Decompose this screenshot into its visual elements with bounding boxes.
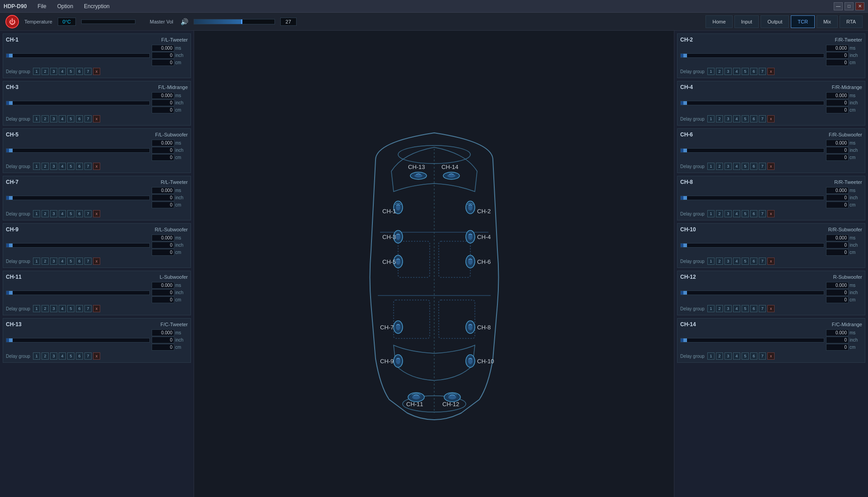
close-button[interactable]: ✕ — [855, 2, 864, 10]
value-ms[interactable]: 0.000 — [826, 282, 849, 289]
delay-group-btn-1[interactable]: 1 — [707, 305, 715, 312]
speaker-ch10[interactable] — [466, 355, 475, 367]
delay-group-btn-6[interactable]: 6 — [750, 163, 757, 170]
value-cm[interactable]: 0 — [826, 249, 849, 256]
value-cm[interactable]: 0 — [152, 107, 174, 113]
value-ms[interactable]: 0.000 — [826, 329, 849, 336]
delay-group-btn-3[interactable]: 3 — [724, 210, 732, 217]
delay-group-btn-x[interactable]: x — [93, 163, 100, 170]
delay-group-btn-7[interactable]: 7 — [84, 115, 92, 122]
delay-group-btn-2[interactable]: 2 — [716, 305, 723, 312]
delay-group-btn-4[interactable]: 4 — [733, 210, 740, 217]
speaker-ch11[interactable] — [408, 393, 424, 402]
value-cm[interactable]: 0 — [152, 249, 174, 256]
delay-group-btn-x[interactable]: x — [93, 115, 100, 122]
delay-group-btn-4[interactable]: 4 — [59, 258, 66, 265]
value-cm[interactable]: 0 — [826, 202, 849, 208]
delay-group-btn-5[interactable]: 5 — [67, 305, 74, 312]
channel-slider[interactable] — [680, 101, 824, 105]
channel-slider[interactable] — [680, 196, 824, 200]
speaker-ch7[interactable] — [394, 321, 403, 333]
delay-group-btn-2[interactable]: 2 — [716, 68, 723, 75]
value-inch[interactable]: 0 — [152, 147, 174, 154]
delay-group-btn-1[interactable]: 1 — [707, 115, 715, 122]
nav-output[interactable]: Output — [761, 15, 789, 28]
channel-slider[interactable] — [680, 243, 824, 248]
delay-group-btn-1[interactable]: 1 — [33, 210, 40, 217]
delay-group-btn-x[interactable]: x — [767, 258, 775, 265]
delay-group-btn-1[interactable]: 1 — [707, 163, 715, 170]
delay-group-btn-6[interactable]: 6 — [76, 305, 83, 312]
nav-mix[interactable]: Mix — [817, 15, 838, 28]
value-ms[interactable]: 0.000 — [152, 282, 174, 289]
delay-group-btn-5[interactable]: 5 — [742, 163, 749, 170]
nav-input[interactable]: Input — [734, 15, 759, 28]
value-inch[interactable]: 0 — [152, 337, 174, 343]
delay-group-btn-3[interactable]: 3 — [50, 305, 57, 312]
value-inch[interactable]: 0 — [826, 242, 849, 248]
delay-group-btn-3[interactable]: 3 — [50, 68, 57, 75]
delay-group-btn-3[interactable]: 3 — [50, 352, 57, 360]
channel-slider[interactable] — [6, 53, 150, 58]
value-inch[interactable]: 0 — [152, 99, 174, 106]
power-button[interactable]: ⏻ — [5, 15, 19, 28]
channel-slider[interactable] — [6, 291, 150, 295]
nav-tcr[interactable]: TCR — [791, 15, 815, 28]
delay-group-btn-5[interactable]: 5 — [67, 115, 74, 122]
delay-group-btn-7[interactable]: 7 — [84, 210, 92, 217]
delay-group-btn-7[interactable]: 7 — [84, 305, 92, 312]
delay-group-btn-5[interactable]: 5 — [67, 210, 74, 217]
delay-group-btn-2[interactable]: 2 — [716, 163, 723, 170]
delay-group-btn-2[interactable]: 2 — [42, 210, 49, 217]
delay-group-btn-2[interactable]: 2 — [42, 68, 49, 75]
delay-group-btn-x[interactable]: x — [767, 163, 775, 170]
delay-group-btn-6[interactable]: 6 — [750, 115, 757, 122]
delay-group-btn-5[interactable]: 5 — [742, 352, 749, 360]
menu-file[interactable]: File — [36, 2, 48, 10]
delay-group-btn-1[interactable]: 1 — [33, 258, 40, 265]
delay-group-btn-4[interactable]: 4 — [59, 305, 66, 312]
speaker-ch12[interactable] — [444, 393, 460, 402]
delay-group-btn-6[interactable]: 6 — [76, 163, 83, 170]
delay-group-btn-x[interactable]: x — [767, 352, 775, 360]
delay-group-btn-1[interactable]: 1 — [33, 352, 40, 360]
delay-group-btn-4[interactable]: 4 — [59, 68, 66, 75]
channel-slider[interactable] — [6, 243, 150, 248]
delay-group-btn-4[interactable]: 4 — [733, 115, 740, 122]
delay-group-btn-6[interactable]: 6 — [76, 352, 83, 360]
delay-group-btn-6[interactable]: 6 — [76, 68, 83, 75]
delay-group-btn-6[interactable]: 6 — [76, 210, 83, 217]
channel-slider[interactable] — [6, 148, 150, 153]
delay-group-btn-5[interactable]: 5 — [67, 258, 74, 265]
delay-group-btn-5[interactable]: 5 — [67, 352, 74, 360]
delay-group-btn-6[interactable]: 6 — [750, 352, 757, 360]
value-cm[interactable]: 0 — [152, 344, 174, 351]
value-ms[interactable]: 0.000 — [152, 234, 174, 241]
value-cm[interactable]: 0 — [152, 296, 174, 303]
delay-group-btn-7[interactable]: 7 — [759, 352, 766, 360]
speaker-ch2[interactable] — [466, 201, 475, 214]
nav-home[interactable]: Home — [706, 15, 732, 28]
channel-slider[interactable] — [6, 196, 150, 200]
value-inch[interactable]: 0 — [826, 289, 849, 296]
delay-group-btn-7[interactable]: 7 — [759, 210, 766, 217]
delay-group-btn-6[interactable]: 6 — [76, 115, 83, 122]
delay-group-btn-6[interactable]: 6 — [750, 210, 757, 217]
speaker-ch13[interactable] — [410, 172, 427, 179]
delay-group-btn-6[interactable]: 6 — [750, 305, 757, 312]
value-cm[interactable]: 0 — [826, 296, 849, 303]
delay-group-btn-5[interactable]: 5 — [67, 163, 74, 170]
value-ms[interactable]: 0.000 — [152, 92, 174, 99]
value-cm[interactable]: 0 — [152, 154, 174, 161]
delay-group-btn-4[interactable]: 4 — [59, 352, 66, 360]
value-inch[interactable]: 0 — [152, 242, 174, 248]
delay-group-btn-2[interactable]: 2 — [716, 115, 723, 122]
delay-group-btn-1[interactable]: 1 — [707, 68, 715, 75]
channel-slider[interactable] — [6, 338, 150, 342]
delay-group-btn-3[interactable]: 3 — [724, 305, 732, 312]
delay-group-btn-3[interactable]: 3 — [50, 163, 57, 170]
delay-group-btn-1[interactable]: 1 — [707, 210, 715, 217]
delay-group-btn-2[interactable]: 2 — [42, 352, 49, 360]
delay-group-btn-5[interactable]: 5 — [742, 305, 749, 312]
value-cm[interactable]: 0 — [826, 107, 849, 113]
